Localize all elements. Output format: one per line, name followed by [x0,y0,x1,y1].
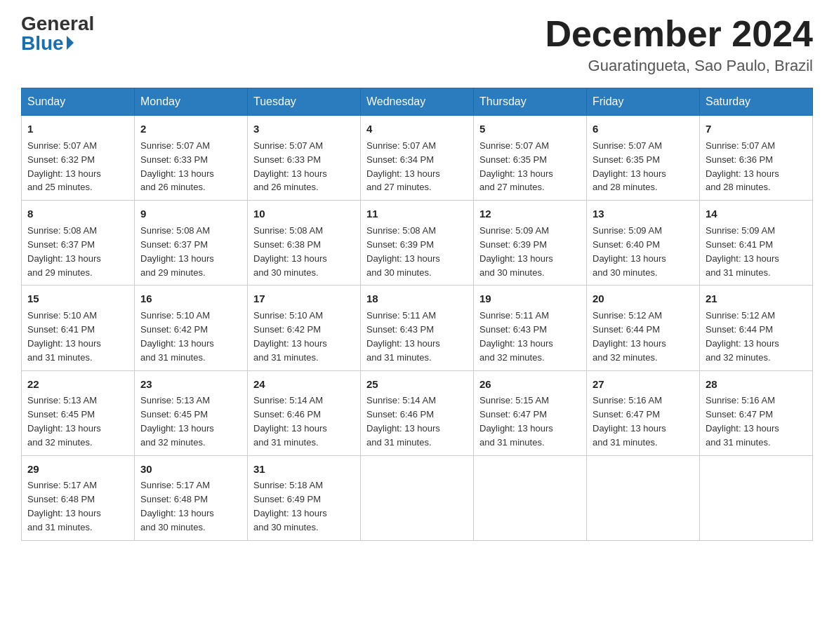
logo: General Blue [21,14,94,53]
col-friday: Friday [587,88,700,116]
calendar-cell: 2 Sunrise: 5:07 AMSunset: 6:33 PMDayligh… [135,116,248,201]
calendar-week-row: 8 Sunrise: 5:08 AMSunset: 6:37 PMDayligh… [22,201,813,286]
col-monday: Monday [135,88,248,116]
day-number: 21 [706,291,807,307]
day-info: Sunrise: 5:11 AMSunset: 6:43 PMDaylight:… [366,310,440,363]
day-number: 31 [253,462,355,477]
day-info: Sunrise: 5:12 AMSunset: 6:44 PMDaylight:… [593,310,666,363]
calendar-cell: 29 Sunrise: 5:17 AMSunset: 6:48 PMDaylig… [22,455,135,540]
col-thursday: Thursday [474,88,587,116]
day-number: 22 [27,377,128,392]
calendar-cell: 16 Sunrise: 5:10 AMSunset: 6:42 PMDaylig… [135,286,248,370]
day-number: 14 [706,206,807,222]
logo-general-text: General [21,14,94,34]
day-number: 26 [479,377,581,392]
day-number: 29 [27,462,128,477]
calendar-cell: 23 Sunrise: 5:13 AMSunset: 6:45 PMDaylig… [135,370,248,455]
day-number: 27 [593,377,694,392]
calendar-table: Sunday Monday Tuesday Wednesday Thursday… [21,88,813,541]
calendar-cell: 6 Sunrise: 5:07 AMSunset: 6:35 PMDayligh… [587,116,700,201]
day-number: 9 [140,206,241,222]
calendar-cell: 8 Sunrise: 5:08 AMSunset: 6:37 PMDayligh… [22,201,135,286]
day-number: 16 [140,291,241,307]
day-info: Sunrise: 5:08 AMSunset: 6:38 PMDaylight:… [253,225,327,278]
calendar-cell: 15 Sunrise: 5:10 AMSunset: 6:41 PMDaylig… [22,286,135,370]
day-info: Sunrise: 5:18 AMSunset: 6:49 PMDaylight:… [253,480,327,532]
day-number: 25 [366,377,468,392]
day-info: Sunrise: 5:07 AMSunset: 6:33 PMDaylight:… [140,140,214,193]
calendar-cell [700,455,813,540]
calendar-cell: 21 Sunrise: 5:12 AMSunset: 6:44 PMDaylig… [700,286,813,370]
day-info: Sunrise: 5:16 AMSunset: 6:47 PMDaylight:… [706,395,779,448]
day-info: Sunrise: 5:09 AMSunset: 6:40 PMDaylight:… [593,225,666,278]
calendar-week-row: 22 Sunrise: 5:13 AMSunset: 6:45 PMDaylig… [22,370,813,455]
calendar-cell [361,455,474,540]
logo-triangle-icon [67,36,74,50]
day-number: 3 [253,121,355,137]
calendar-cell: 7 Sunrise: 5:07 AMSunset: 6:36 PMDayligh… [700,116,813,201]
day-info: Sunrise: 5:08 AMSunset: 6:37 PMDaylight:… [27,225,101,278]
day-info: Sunrise: 5:15 AMSunset: 6:47 PMDaylight:… [479,395,553,448]
day-info: Sunrise: 5:07 AMSunset: 6:36 PMDaylight:… [706,140,779,193]
day-info: Sunrise: 5:14 AMSunset: 6:46 PMDaylight:… [253,395,327,448]
day-number: 2 [140,121,241,137]
calendar-week-row: 1 Sunrise: 5:07 AMSunset: 6:32 PMDayligh… [22,116,813,201]
col-sunday: Sunday [22,88,135,116]
day-info: Sunrise: 5:12 AMSunset: 6:44 PMDaylight:… [706,310,779,363]
calendar-header: Sunday Monday Tuesday Wednesday Thursday… [22,88,813,116]
calendar-body: 1 Sunrise: 5:07 AMSunset: 6:32 PMDayligh… [22,116,813,541]
day-number: 4 [366,121,468,137]
day-number: 28 [706,377,807,392]
calendar-cell: 27 Sunrise: 5:16 AMSunset: 6:47 PMDaylig… [587,370,700,455]
location-subtitle: Guaratingueta, Sao Paulo, Brazil [545,57,813,75]
day-number: 10 [253,206,355,222]
day-info: Sunrise: 5:08 AMSunset: 6:39 PMDaylight:… [366,225,440,278]
day-number: 11 [366,206,468,222]
day-number: 20 [593,291,694,307]
calendar-cell: 25 Sunrise: 5:14 AMSunset: 6:46 PMDaylig… [361,370,474,455]
day-info: Sunrise: 5:17 AMSunset: 6:48 PMDaylight:… [27,480,101,532]
calendar-week-row: 29 Sunrise: 5:17 AMSunset: 6:48 PMDaylig… [22,455,813,540]
col-saturday: Saturday [700,88,813,116]
day-info: Sunrise: 5:10 AMSunset: 6:41 PMDaylight:… [27,310,101,363]
day-info: Sunrise: 5:17 AMSunset: 6:48 PMDaylight:… [140,480,214,532]
col-tuesday: Tuesday [248,88,361,116]
title-area: December 2024 Guaratingueta, Sao Paulo, … [545,14,813,75]
day-info: Sunrise: 5:16 AMSunset: 6:47 PMDaylight:… [593,395,666,448]
calendar-week-row: 15 Sunrise: 5:10 AMSunset: 6:41 PMDaylig… [22,286,813,370]
calendar-cell: 1 Sunrise: 5:07 AMSunset: 6:32 PMDayligh… [22,116,135,201]
day-number: 8 [27,206,128,222]
calendar-cell: 31 Sunrise: 5:18 AMSunset: 6:49 PMDaylig… [248,455,361,540]
day-number: 17 [253,291,355,307]
col-wednesday: Wednesday [361,88,474,116]
day-info: Sunrise: 5:07 AMSunset: 6:34 PMDaylight:… [366,140,440,193]
calendar-cell: 4 Sunrise: 5:07 AMSunset: 6:34 PMDayligh… [361,116,474,201]
day-number: 24 [253,377,355,392]
calendar-cell: 28 Sunrise: 5:16 AMSunset: 6:47 PMDaylig… [700,370,813,455]
month-title: December 2024 [545,14,813,54]
logo-blue-text: Blue [21,34,74,53]
day-info: Sunrise: 5:09 AMSunset: 6:41 PMDaylight:… [706,225,779,278]
header-row: Sunday Monday Tuesday Wednesday Thursday… [22,88,813,116]
calendar-cell: 10 Sunrise: 5:08 AMSunset: 6:38 PMDaylig… [248,201,361,286]
calendar-cell: 13 Sunrise: 5:09 AMSunset: 6:40 PMDaylig… [587,201,700,286]
day-number: 19 [479,291,581,307]
day-info: Sunrise: 5:07 AMSunset: 6:33 PMDaylight:… [253,140,327,193]
day-info: Sunrise: 5:09 AMSunset: 6:39 PMDaylight:… [479,225,553,278]
calendar-cell: 3 Sunrise: 5:07 AMSunset: 6:33 PMDayligh… [248,116,361,201]
calendar-cell: 11 Sunrise: 5:08 AMSunset: 6:39 PMDaylig… [361,201,474,286]
calendar-cell: 14 Sunrise: 5:09 AMSunset: 6:41 PMDaylig… [700,201,813,286]
day-number: 5 [479,121,581,137]
day-number: 23 [140,377,241,392]
calendar-cell: 26 Sunrise: 5:15 AMSunset: 6:47 PMDaylig… [474,370,587,455]
calendar-cell [587,455,700,540]
day-number: 18 [366,291,468,307]
day-info: Sunrise: 5:10 AMSunset: 6:42 PMDaylight:… [253,310,327,363]
day-info: Sunrise: 5:07 AMSunset: 6:35 PMDaylight:… [593,140,666,193]
calendar-cell: 5 Sunrise: 5:07 AMSunset: 6:35 PMDayligh… [474,116,587,201]
day-number: 15 [27,291,128,307]
calendar-cell: 12 Sunrise: 5:09 AMSunset: 6:39 PMDaylig… [474,201,587,286]
calendar-cell [474,455,587,540]
day-number: 30 [140,462,241,477]
page-header: General Blue December 2024 Guaratingueta… [21,14,813,75]
